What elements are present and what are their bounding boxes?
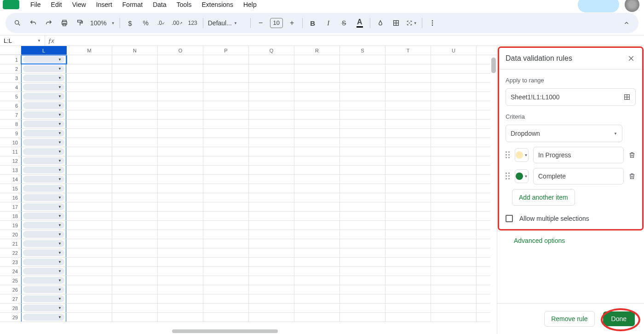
cell[interactable] — [385, 248, 431, 257]
cell[interactable] — [67, 120, 112, 128]
redo-icon[interactable] — [43, 17, 54, 29]
cell[interactable] — [203, 193, 249, 202]
cell[interactable] — [67, 304, 112, 312]
cell[interactable] — [203, 92, 249, 101]
cell[interactable] — [431, 248, 477, 257]
cell[interactable] — [294, 294, 340, 303]
cell[interactable] — [112, 138, 158, 147]
cell[interactable] — [294, 147, 340, 156]
cell[interactable] — [340, 239, 385, 248]
share-button[interactable] — [578, 0, 619, 12]
cell[interactable] — [385, 129, 431, 138]
cell[interactable] — [112, 267, 158, 276]
cell[interactable]: ▼ — [21, 129, 67, 138]
cell[interactable] — [67, 101, 112, 110]
cell[interactable]: ▼ — [21, 193, 67, 202]
text-color-icon[interactable]: A — [354, 17, 365, 29]
cell[interactable] — [294, 239, 340, 248]
cell[interactable] — [203, 276, 249, 285]
cell[interactable] — [112, 212, 158, 220]
cell[interactable]: ▼ — [21, 138, 67, 147]
cell[interactable] — [158, 193, 203, 202]
cell[interactable] — [203, 230, 249, 239]
cell[interactable] — [158, 212, 203, 220]
delete-item-icon[interactable] — [628, 173, 636, 180]
name-box[interactable]: L:L ▼ — [0, 35, 45, 46]
cell[interactable] — [203, 110, 249, 119]
cell[interactable] — [249, 138, 294, 147]
column-header[interactable]: Q — [249, 46, 294, 55]
dropdown-chip[interactable]: ▼ — [23, 277, 64, 284]
cell[interactable] — [431, 285, 477, 294]
cell[interactable] — [203, 175, 249, 184]
cell[interactable] — [385, 166, 431, 174]
decrease-decimal-icon[interactable]: .0↙ — [156, 17, 167, 29]
cell[interactable] — [249, 129, 294, 138]
cell[interactable] — [340, 120, 385, 128]
cell[interactable] — [340, 74, 385, 82]
row-header[interactable]: 16 — [0, 193, 21, 202]
cell[interactable] — [249, 120, 294, 128]
dropdown-chip[interactable]: ▼ — [23, 167, 64, 173]
cell[interactable] — [203, 184, 249, 193]
cell[interactable] — [158, 304, 203, 312]
cell[interactable] — [112, 202, 158, 211]
row-header[interactable]: 12 — [0, 156, 21, 165]
cell[interactable]: ▼ — [21, 110, 67, 119]
cell[interactable] — [340, 55, 385, 64]
cell[interactable] — [340, 276, 385, 285]
dropdown-chip[interactable]: ▼ — [23, 93, 64, 100]
cell[interactable]: ▼ — [21, 156, 67, 165]
cell[interactable] — [158, 129, 203, 138]
italic-icon[interactable]: I — [323, 17, 334, 29]
cell[interactable] — [294, 267, 340, 276]
cell[interactable] — [112, 184, 158, 193]
cell[interactable] — [112, 248, 158, 257]
spreadsheet-grid[interactable]: LMNOPQRSTU 1▼2▼3▼4▼5▼6▼7▼8▼9▼10▼11▼12▼13… — [0, 46, 497, 334]
row-header[interactable]: 6 — [0, 101, 21, 110]
cell[interactable] — [431, 267, 477, 276]
item-color-picker[interactable]: ▼ — [515, 169, 529, 183]
cell[interactable] — [203, 166, 249, 174]
cell[interactable] — [112, 92, 158, 101]
cell[interactable] — [158, 230, 203, 239]
cell[interactable] — [158, 166, 203, 174]
cell[interactable]: ▼ — [21, 147, 67, 156]
cell[interactable] — [385, 147, 431, 156]
cell[interactable] — [385, 55, 431, 64]
cell[interactable] — [340, 193, 385, 202]
select-all-corner[interactable] — [0, 46, 21, 55]
cell[interactable] — [249, 166, 294, 174]
cell[interactable] — [294, 202, 340, 211]
row-header[interactable]: 26 — [0, 285, 21, 294]
column-header[interactable]: R — [294, 46, 340, 55]
cell[interactable] — [385, 184, 431, 193]
row-header[interactable]: 24 — [0, 267, 21, 276]
cell[interactable] — [249, 239, 294, 248]
cell[interactable]: ▼ — [21, 221, 67, 230]
cell[interactable] — [294, 64, 340, 73]
cell[interactable] — [340, 304, 385, 312]
cell[interactable] — [340, 92, 385, 101]
row-header[interactable]: 27 — [0, 294, 21, 303]
cell[interactable]: ▼ — [21, 276, 67, 285]
advanced-options-toggle[interactable]: Advanced options — [506, 229, 636, 244]
row-header[interactable]: 4 — [0, 83, 21, 92]
cell[interactable] — [431, 221, 477, 230]
dropdown-chip[interactable]: ▼ — [23, 176, 64, 183]
zoom-select[interactable]: 100% ▼ — [90, 19, 115, 27]
cell[interactable] — [340, 175, 385, 184]
cell[interactable] — [158, 156, 203, 165]
cell[interactable] — [67, 129, 112, 138]
cell[interactable] — [249, 74, 294, 82]
vertical-scrollbar[interactable] — [490, 55, 497, 334]
cell[interactable] — [340, 138, 385, 147]
cell[interactable] — [249, 304, 294, 312]
cell[interactable] — [67, 83, 112, 92]
cell[interactable] — [203, 64, 249, 73]
cell[interactable] — [203, 239, 249, 248]
cell[interactable] — [203, 74, 249, 82]
cell[interactable] — [340, 267, 385, 276]
cell[interactable]: ▼ — [21, 285, 67, 294]
cell[interactable] — [112, 166, 158, 174]
